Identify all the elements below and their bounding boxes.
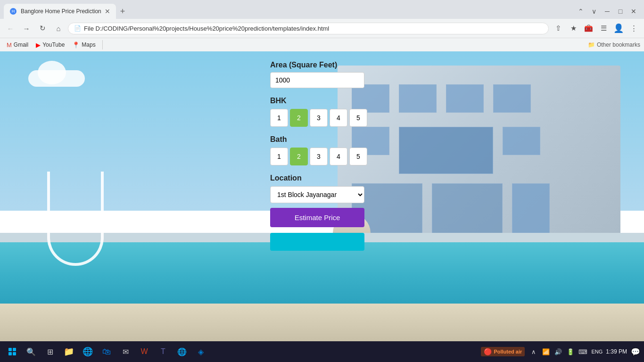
address-bar-row: ← → ↻ ⌂ 📄 File D:/CODING/Personal%20proj…: [0, 19, 644, 38]
browser-chrome: H Banglore Home Price Prediction ✕ + ⌃ ∨…: [0, 0, 644, 51]
bath-button-1[interactable]: 1: [270, 148, 288, 165]
chevron-up-icon[interactable]: ∧: [528, 346, 539, 357]
back-button[interactable]: ←: [4, 22, 17, 35]
task-view-icon: ⊞: [47, 347, 53, 356]
scroll-down-button[interactable]: ∨: [589, 8, 599, 15]
pool-slide: [47, 172, 104, 266]
bhk-button-3[interactable]: 3: [310, 109, 328, 127]
bhk-button-2[interactable]: 2: [290, 109, 308, 127]
battery-icon[interactable]: 🔋: [565, 346, 576, 357]
taskbar-vscode[interactable]: ◈: [192, 343, 209, 360]
forward-button[interactable]: →: [20, 22, 33, 35]
store-icon: 🛍: [102, 347, 111, 357]
bath-button-2[interactable]: 2: [290, 148, 308, 165]
menu-icon[interactable]: ⋮: [627, 22, 640, 35]
youtube-icon: ▶: [36, 41, 41, 49]
taskbar-edge[interactable]: 🌐: [79, 343, 96, 360]
taskbar-search[interactable]: 🔍: [23, 343, 40, 360]
bath-button-3[interactable]: 3: [310, 148, 328, 165]
address-bar[interactable]: 📄 File D:/CODING/Personal%20projects/Hou…: [68, 23, 549, 34]
maps-icon: 📍: [72, 41, 80, 49]
polluted-air-indicator[interactable]: 🔴 Polluted air: [481, 347, 525, 356]
edge-icon: 🌐: [83, 346, 93, 357]
notification-icon[interactable]: 💬: [631, 347, 640, 356]
estimate-price-button[interactable]: Estimate Price: [270, 208, 364, 227]
bookmark-maps[interactable]: 📍 Maps: [69, 41, 98, 49]
chrome-icon: 🌐: [177, 347, 187, 356]
clock[interactable]: 1:39 PM: [606, 348, 627, 355]
start-button[interactable]: [4, 343, 21, 360]
scroll-up-button[interactable]: ⌃: [576, 8, 586, 15]
bhk-button-1[interactable]: 1: [270, 109, 288, 127]
bookmark-youtube[interactable]: ▶ YouTube: [33, 41, 67, 49]
tab-bar: H Banglore Home Price Prediction ✕ + ⌃ ∨…: [0, 0, 644, 19]
close-button[interactable]: ✕: [629, 8, 638, 15]
other-bookmarks[interactable]: 📁 Other bookmarks: [588, 41, 640, 48]
taskbar-teams[interactable]: T: [155, 343, 172, 360]
refresh-button[interactable]: ↻: [36, 22, 49, 35]
location-label: Location: [270, 174, 374, 182]
bookmark-gmail[interactable]: M Gmail: [4, 41, 31, 49]
office-icon: W: [140, 347, 148, 356]
bhk-button-group: 1 2 3 4 5: [270, 109, 374, 127]
polluted-air-label: Polluted air: [494, 349, 522, 354]
taskbar-file-explorer[interactable]: 📁: [60, 343, 77, 360]
teams-icon: T: [161, 347, 165, 356]
maps-label: Maps: [82, 41, 95, 48]
minimize-button[interactable]: ─: [603, 8, 612, 15]
mail-icon: ✉: [123, 347, 129, 356]
share-icon[interactable]: ⇧: [552, 22, 565, 35]
url-text: File D:/CODING/Personal%20projects/House…: [84, 25, 329, 32]
bookmarks-divider: [102, 40, 103, 49]
bookmarks-bar: M Gmail ▶ YouTube 📍 Maps 📁 Other bookmar…: [0, 38, 644, 51]
taskbar: 🔍 ⊞ 📁 🌐 🛍 ✉ W T 🌐 ◈ 🔴 Polluted air ∧ 📶: [0, 341, 644, 362]
extension-icon[interactable]: 🧰: [582, 22, 595, 35]
bath-button-group: 1 2 3 4 5: [270, 148, 374, 165]
area-input[interactable]: [270, 72, 364, 88]
bhk-button-4[interactable]: 4: [330, 109, 347, 127]
ground: [0, 304, 644, 341]
bhk-button-5[interactable]: 5: [349, 109, 367, 127]
new-tab-button[interactable]: +: [116, 5, 129, 18]
other-bookmarks-label: Other bookmarks: [597, 41, 640, 48]
bookmark-icon[interactable]: ★: [567, 22, 580, 35]
taskbar-task-view[interactable]: ⊞: [41, 343, 58, 360]
window-controls: ⌃ ∨ ─ □ ✕: [576, 8, 640, 15]
location-select[interactable]: 1st Block Jayanagar 2nd Block Jayanagar …: [270, 186, 364, 203]
form-container: Area (Square Feet) BHK 1 2 3 4 5 Bath 1 …: [270, 61, 374, 251]
youtube-label: YouTube: [42, 41, 65, 48]
sidebar-icon[interactable]: ☰: [597, 22, 610, 35]
system-tray: ∧ 📶 🔊 🔋 ⌨: [528, 346, 588, 357]
maximize-button[interactable]: □: [616, 8, 625, 15]
svg-text:H: H: [12, 9, 15, 14]
area-label: Area (Square Feet): [270, 61, 374, 69]
tab-favicon: H: [9, 8, 17, 15]
active-tab[interactable]: H Banglore Home Price Prediction ✕: [4, 4, 116, 19]
folder-icon: 📁: [588, 41, 595, 48]
network-icon[interactable]: 📶: [541, 346, 551, 357]
result-box: [270, 233, 364, 251]
keyboard-icon[interactable]: ⌨: [578, 346, 588, 357]
bath-button-4[interactable]: 4: [330, 148, 347, 165]
speaker-icon[interactable]: 🔊: [553, 346, 563, 357]
tab-close-button[interactable]: ✕: [105, 8, 110, 15]
gmail-icon: M: [7, 41, 12, 49]
taskbar-store[interactable]: 🛍: [98, 343, 115, 360]
gmail-label: Gmail: [14, 41, 28, 48]
profile-icon[interactable]: 👤: [612, 22, 625, 35]
air-quality-icon: 🔴: [484, 348, 492, 355]
cloud-1: [28, 70, 85, 87]
bath-button-5[interactable]: 5: [349, 148, 367, 165]
tab-title: Banglore Home Price Prediction: [21, 8, 101, 15]
language-indicator[interactable]: ENG: [592, 346, 602, 357]
taskbar-office[interactable]: W: [136, 343, 153, 360]
page-content: Area (Square Feet) BHK 1 2 3 4 5 Bath 1 …: [0, 51, 644, 341]
taskbar-chrome[interactable]: 🌐: [173, 343, 190, 360]
taskbar-mail[interactable]: ✉: [117, 343, 134, 360]
home-button[interactable]: ⌂: [52, 22, 65, 35]
folder-icon: 📁: [64, 346, 74, 357]
clock-time: 1:39 PM: [606, 348, 627, 355]
taskbar-right: 🔴 Polluted air ∧ 📶 🔊 🔋 ⌨ ENG 1:39 PM 💬: [481, 346, 640, 357]
windows-icon: [8, 348, 16, 355]
bath-label: Bath: [270, 135, 374, 144]
